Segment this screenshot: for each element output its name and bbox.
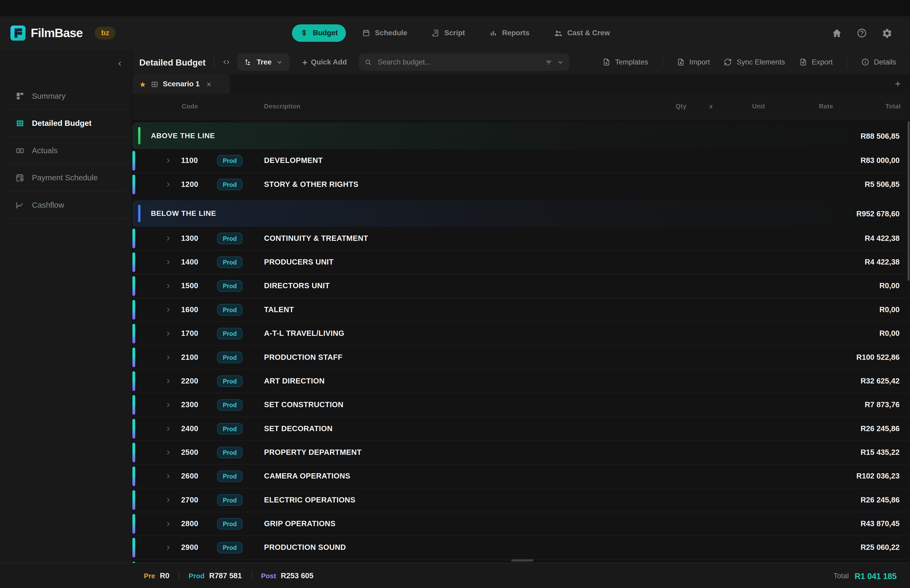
add-scenario-icon[interactable]: + <box>895 78 901 90</box>
budget-rows: ABOVE THE LINER88 506,851100ProdDEVELOPM… <box>133 120 910 563</box>
quick-add-button[interactable]: + Quick Add <box>302 58 347 66</box>
line-chart-icon <box>16 200 24 209</box>
sidebar-item-payment-schedule[interactable]: Payment Schedule <box>3 164 128 192</box>
prod-label: Prod <box>189 572 204 580</box>
chevron-right-icon[interactable] <box>165 259 172 266</box>
column-header-total[interactable]: Total <box>885 103 900 110</box>
prod-badge: Prod <box>217 179 242 190</box>
import-button[interactable]: Import <box>677 58 710 66</box>
templates-button[interactable]: Templates <box>603 58 648 66</box>
chevron-down-icon[interactable] <box>557 59 563 65</box>
help-icon[interactable] <box>857 28 867 39</box>
tree-view-icon <box>244 58 252 66</box>
table-header: Code Description Qty x Unit Rate Total <box>133 94 910 120</box>
chevron-right-icon[interactable] <box>165 497 172 504</box>
settings-gear-icon[interactable] <box>882 27 892 39</box>
row-total: R43 870,45 <box>860 519 899 528</box>
nav-tab-budget[interactable]: Budget <box>292 24 346 42</box>
budget-row-1500[interactable]: 1500ProdDIRECTORS UNITR0,00 <box>133 274 910 297</box>
view-mode-dropdown[interactable]: Tree <box>238 53 289 71</box>
row-total: R102 036,23 <box>856 472 899 480</box>
chevron-right-icon[interactable] <box>165 181 172 188</box>
chevron-right-icon[interactable] <box>165 425 172 432</box>
nav-tab-schedule[interactable]: Schedule <box>354 24 415 42</box>
sidebar-item-actuals[interactable]: Actuals <box>3 137 128 164</box>
chevron-right-icon[interactable] <box>165 235 172 242</box>
budget-row-2200[interactable]: 2200ProdART DIRECTIONR32 625,42 <box>133 369 910 393</box>
workspace-badge[interactable]: bz <box>95 27 116 39</box>
total-label: Total <box>834 572 849 580</box>
chevron-right-icon[interactable] <box>165 473 172 480</box>
search-input[interactable] <box>377 57 540 66</box>
budget-row-2900[interactable]: 2900ProdPRODUCTION SOUNDR25 060,22 <box>133 535 910 559</box>
column-header-description[interactable]: Description <box>264 103 301 110</box>
budget-row-2400[interactable]: 2400ProdSET DECORATIONR26 245,86 <box>133 417 910 440</box>
code-brackets-icon[interactable] <box>223 58 231 66</box>
row-description: DEVELOPMENT <box>264 156 323 165</box>
home-icon[interactable] <box>832 28 842 39</box>
scenario-tab[interactable]: ★ Scenario 1 × <box>133 74 230 94</box>
prod-badge: Prod <box>217 542 242 554</box>
section-row-below-the-line[interactable]: BELOW THE LINER952 678,60 <box>133 200 910 227</box>
export-button[interactable]: Export <box>799 58 832 66</box>
budget-row-2600[interactable]: 2600ProdCAMERA OPERATIONSR102 036,23 <box>133 464 910 488</box>
chevron-right-icon[interactable] <box>165 306 172 313</box>
chevron-right-icon[interactable] <box>165 401 172 408</box>
section-label: BELOW THE LINE <box>151 210 216 218</box>
row-code: 2700 <box>181 495 199 504</box>
budget-content: Detailed Budget Tree <box>133 50 910 563</box>
chevron-right-icon[interactable] <box>165 157 172 164</box>
chevron-right-icon[interactable] <box>165 544 172 551</box>
chevron-right-icon[interactable] <box>165 330 172 337</box>
row-code: 2800 <box>181 519 199 528</box>
sidebar-collapse-icon[interactable]: ‹ <box>118 58 121 68</box>
budget-row-1300[interactable]: 1300ProdCONTINUITY & TREATMENTR4 422,38 <box>133 227 910 250</box>
column-header-qty[interactable]: Qty <box>676 103 687 110</box>
row-code: 1500 <box>181 281 199 290</box>
budget-row-2700[interactable]: 2700ProdELECTRIC OPERATIONSR26 245,86 <box>133 488 910 512</box>
prod-badge: Prod <box>217 399 242 410</box>
budget-row-2100[interactable]: 2100ProdPRODUCTION STAFFR100 522,86 <box>133 345 910 369</box>
chevron-right-icon[interactable] <box>165 354 172 361</box>
budget-search[interactable] <box>359 53 569 71</box>
column-header-rate[interactable]: Rate <box>819 103 833 110</box>
vertical-scrollbar[interactable] <box>908 121 910 281</box>
filter-icon[interactable] <box>545 58 553 66</box>
nav-tab-reports[interactable]: Reports <box>481 24 537 42</box>
sync-icon <box>724 58 732 66</box>
sidebar-item-detailed-budget[interactable]: Detailed Budget <box>3 110 128 137</box>
favorite-star-icon[interactable]: ★ <box>139 80 146 89</box>
row-code: 1600 <box>181 305 199 314</box>
chevron-right-icon[interactable] <box>165 520 172 527</box>
row-accent-bar <box>133 276 135 296</box>
sidebar-item-summary[interactable]: Summary <box>3 82 128 110</box>
budget-row-2300[interactable]: 2300ProdSET CONSTRUCTIONR7 873,76 <box>133 393 910 417</box>
nav-tab-script[interactable]: Script <box>423 24 473 42</box>
divider <box>214 57 214 67</box>
budget-row-2800[interactable]: 2800ProdGRIP OPERATIONSR43 870,45 <box>133 512 910 535</box>
budget-row-2500[interactable]: 2500ProdPROPERTY DEPARTMENTR15 435,22 <box>133 440 910 464</box>
column-header-multiplier[interactable]: x <box>709 103 713 110</box>
sidebar-item-label: Actuals <box>32 146 58 155</box>
column-header-unit[interactable]: Unit <box>752 103 765 110</box>
chevron-right-icon[interactable] <box>165 378 172 384</box>
details-button[interactable]: Details <box>861 58 896 66</box>
section-row-above-the-line[interactable]: ABOVE THE LINER88 506,85 <box>133 123 910 149</box>
sidebar-item-cashflow[interactable]: Cashflow <box>3 191 128 219</box>
pre-value: R0 <box>160 572 170 580</box>
app-logo[interactable]: FilmBase bz <box>11 26 116 40</box>
budget-row-1200[interactable]: 1200ProdSTORY & OTHER RIGHTSR5 506,85 <box>133 173 910 196</box>
nav-tab-cast-crew[interactable]: Cast & Crew <box>546 24 618 42</box>
horizontal-scrollbar[interactable] <box>511 559 533 562</box>
close-tab-icon[interactable]: × <box>207 79 211 89</box>
budget-row-1600[interactable]: 1600ProdTALENTR0,00 <box>133 298 910 321</box>
row-description: STORY & OTHER RIGHTS <box>264 180 359 189</box>
sync-elements-button[interactable]: Sync Elements <box>724 58 785 66</box>
budget-row-1400[interactable]: 1400ProdPRODUCERS UNITR4 422,38 <box>133 250 910 274</box>
chevron-right-icon[interactable] <box>165 283 172 289</box>
chevron-right-icon[interactable] <box>165 449 172 456</box>
budget-row-1700[interactable]: 1700ProdA-T-L TRAVEL/LIVINGR0,00 <box>133 321 910 345</box>
budget-row-1100[interactable]: 1100ProdDEVELOPMENTR83 000,00 <box>133 149 910 172</box>
column-header-code[interactable]: Code <box>182 103 198 110</box>
prod-badge: Prod <box>217 328 242 339</box>
